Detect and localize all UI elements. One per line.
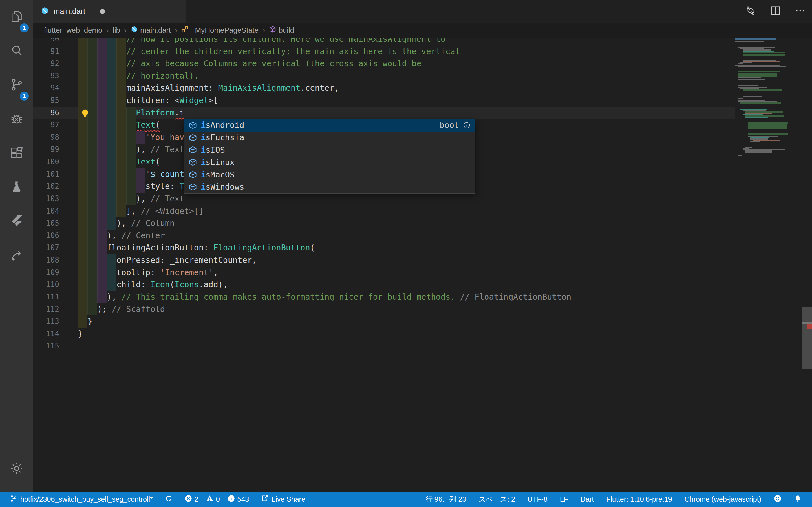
- dart-devtools-button[interactable]: [0, 238, 33, 273]
- flutter-version[interactable]: Flutter: 1.10.6-pre.19: [606, 495, 672, 503]
- code-line-94[interactable]: 94 mainAxisAlignment: MainAxisAlignment.…: [33, 82, 735, 94]
- open-changes-icon[interactable]: [745, 5, 756, 17]
- line-content: floatingActionButton: FloatingActionButt…: [78, 242, 735, 254]
- line-number: 92: [33, 57, 59, 70]
- line-number: 115: [33, 340, 59, 352]
- gear-icon: [9, 461, 24, 477]
- indentation[interactable]: スペース: 2: [478, 495, 515, 504]
- suggest-label: isMacOS: [201, 170, 235, 179]
- live-share-button[interactable]: Live Share: [261, 495, 305, 504]
- code-line-111[interactable]: 111 ), // This trailing comma makes auto…: [33, 291, 735, 303]
- notifications-button[interactable]: [794, 495, 802, 504]
- device-selector[interactable]: Chrome (web-javascript): [684, 495, 761, 503]
- line-content: // how it positions its children. Here w…: [78, 38, 735, 45]
- suggest-item-isMacOS[interactable]: isMacOS: [184, 168, 475, 181]
- git-branch-icon: [9, 77, 24, 93]
- code-line-109[interactable]: 109 tooltip: 'Increment',: [33, 267, 735, 279]
- breadcrumb-separator: ›: [262, 26, 265, 35]
- code-line-110[interactable]: 110 child: Icon(Icons.add),: [33, 279, 735, 291]
- code-editor[interactable]: 90 // how it positions its children. Her…: [33, 38, 812, 492]
- line-number: 108: [33, 254, 59, 267]
- breadcrumb-separator: ›: [124, 26, 126, 35]
- suggest-label: isWindows: [201, 182, 244, 191]
- code-lines: 90 // how it positions its children. Her…: [33, 38, 812, 352]
- line-content: tooltip: 'Increment',: [78, 267, 735, 279]
- flutter-button[interactable]: [0, 205, 33, 238]
- code-line-113[interactable]: 113 }: [33, 316, 735, 328]
- encoding[interactable]: UTF-8: [527, 495, 548, 503]
- feedback-button[interactable]: [774, 495, 781, 504]
- tab-label: main.dart: [54, 7, 86, 16]
- code-line-104[interactable]: 104 ], // <Widget>[]: [33, 205, 735, 217]
- code-line-93[interactable]: 93 // horizontal).: [33, 70, 735, 82]
- warning-count: 0: [216, 495, 220, 503]
- settings-button[interactable]: [0, 452, 33, 486]
- cursor-position[interactable]: 行 96、列 23: [425, 495, 466, 504]
- dart-file-icon: [41, 6, 49, 16]
- line-number: 93: [33, 70, 59, 82]
- files-icon: [9, 9, 24, 25]
- line-number: 105: [33, 217, 59, 230]
- debug-button[interactable]: [0, 102, 33, 136]
- modified-dot-icon[interactable]: [100, 9, 105, 14]
- lightbulb-icon[interactable]: [80, 108, 91, 119]
- suggest-item-isLinux[interactable]: isLinux: [184, 156, 475, 168]
- language-mode[interactable]: Dart: [580, 495, 594, 503]
- breadcrumb-project[interactable]: flutter_web_demo: [44, 26, 102, 35]
- code-line-103[interactable]: 103 ), // Text: [33, 193, 735, 205]
- line-number: 97: [33, 119, 59, 131]
- extensions-button[interactable]: [0, 136, 33, 170]
- sync-icon: [165, 495, 172, 504]
- line-content: ), // Center: [78, 230, 735, 242]
- explorer-badge: 1: [20, 23, 29, 33]
- branch-indicator[interactable]: hotfix/2306_switch_buy_sell_seg_controll…: [10, 495, 153, 504]
- explorer-button[interactable]: 1: [0, 0, 33, 34]
- breadcrumb-class[interactable]: _MyHomePageState: [181, 25, 259, 35]
- split-editor-icon[interactable]: [770, 5, 781, 17]
- code-line-108[interactable]: 108 onPressed: _incrementCounter,: [33, 254, 735, 267]
- scrollbar[interactable]: [802, 38, 812, 492]
- source-control-button[interactable]: 1: [0, 68, 33, 102]
- breadcrumb-method[interactable]: build: [269, 25, 294, 35]
- scrollbar-thumb[interactable]: [802, 307, 812, 369]
- code-line-91[interactable]: 91 // center the children vertically; th…: [33, 45, 735, 58]
- scm-badge: 1: [20, 92, 29, 101]
- code-line-114[interactable]: 114}: [33, 328, 735, 340]
- code-line-115[interactable]: 115: [33, 340, 735, 352]
- suggest-label: isAndroid: [201, 121, 244, 130]
- code-line-105[interactable]: 105 ), // Column: [33, 217, 735, 230]
- sync-button[interactable]: [165, 495, 172, 504]
- line-content: ), // Text: [78, 193, 735, 205]
- breadcrumb-file[interactable]: main.dart: [131, 25, 170, 35]
- breadcrumb-separator: ›: [106, 26, 109, 35]
- code-line-112[interactable]: 112 ); // Scaffold: [33, 303, 735, 316]
- error-icon: [185, 495, 192, 504]
- code-line-96[interactable]: 96 Platform.i: [33, 107, 735, 119]
- suggest-item-isAndroid[interactable]: isAndroidbool: [184, 119, 475, 131]
- code-line-92[interactable]: 92 // axis because Columns are vertical …: [33, 57, 735, 70]
- suggest-item-isFuchsia[interactable]: isFuchsia: [184, 131, 475, 144]
- suggest-item-isIOS[interactable]: isIOS: [184, 144, 475, 156]
- info-count: 543: [238, 495, 249, 503]
- activity-bar: 1 1: [0, 0, 33, 492]
- problems-indicator[interactable]: 2 0 543: [185, 495, 249, 504]
- test-button[interactable]: [0, 170, 33, 205]
- code-line-90[interactable]: 90 // how it positions its children. Her…: [33, 38, 735, 45]
- search-button[interactable]: [0, 34, 33, 68]
- suggest-item-isWindows[interactable]: isWindows: [184, 181, 475, 193]
- code-line-95[interactable]: 95 children: <Widget>[: [33, 94, 735, 107]
- line-content: }: [78, 328, 735, 340]
- breadcrumb-folder[interactable]: lib: [113, 26, 120, 35]
- line-number: 90: [33, 38, 59, 45]
- eol[interactable]: LF: [560, 495, 568, 503]
- more-actions-icon[interactable]: [795, 5, 806, 17]
- suggest-label: isLinux: [201, 158, 235, 167]
- code-line-107[interactable]: 107 floatingActionButton: FloatingAction…: [33, 242, 735, 254]
- line-content: // horizontal).: [78, 70, 735, 82]
- line-number: 91: [33, 45, 59, 58]
- tab-main-dart[interactable]: main.dart: [33, 0, 186, 22]
- line-content: onPressed: _incrementCounter,: [78, 254, 735, 267]
- code-line-106[interactable]: 106 ), // Center: [33, 230, 735, 242]
- git-branch-icon: [10, 495, 17, 504]
- minimap[interactable]: [735, 38, 802, 173]
